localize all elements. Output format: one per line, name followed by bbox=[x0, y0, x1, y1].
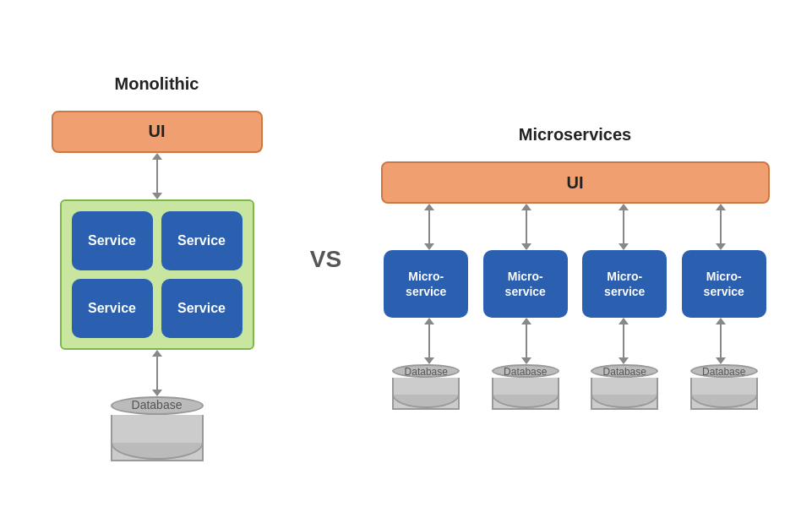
micro-arrowhead-down-db-4 bbox=[716, 357, 726, 364]
micro-db-top-2: Database bbox=[492, 364, 559, 378]
micro-arrowhead-down-db-2 bbox=[521, 357, 531, 364]
micro-services-row: Micro-service Micro-service Micro-servic… bbox=[381, 250, 770, 318]
monolithic-side: Monolithic UI Service Service Service Se… bbox=[22, 57, 292, 461]
micro-db-label-2: Database bbox=[493, 366, 558, 378]
micro-db-body-4 bbox=[690, 378, 758, 410]
micro-db-col-2: Database bbox=[483, 364, 568, 410]
micro-vline-1 bbox=[428, 210, 430, 243]
micro-arrowhead-up-3 bbox=[619, 204, 629, 210]
micro-vline-db-2 bbox=[526, 324, 527, 357]
arrowhead-down-1 bbox=[152, 193, 162, 199]
micro-arrowhead-up-4 bbox=[716, 204, 726, 210]
mono-service-2: Service bbox=[161, 211, 243, 270]
micro-db-top-4: Database bbox=[690, 364, 758, 378]
micro-arrow-col-db-2 bbox=[484, 318, 569, 364]
micro-arrow-col-db-4 bbox=[678, 318, 763, 364]
micro-ui-to-services-arrows bbox=[381, 204, 770, 250]
micro-db-body-1 bbox=[392, 378, 460, 410]
micro-db-col-3: Database bbox=[582, 364, 667, 410]
vline-1 bbox=[156, 160, 158, 193]
mono-db-body bbox=[111, 415, 204, 461]
monolithic-ui-box: UI bbox=[52, 111, 263, 153]
micro-arrowhead-down-db-3 bbox=[619, 357, 629, 364]
micro-services-to-db-arrows bbox=[381, 318, 770, 364]
arrowhead-up-1 bbox=[152, 153, 162, 160]
mono-db-label: Database bbox=[112, 398, 202, 412]
micro-db-col-4: Database bbox=[682, 364, 766, 410]
micro-arrow-col-1 bbox=[387, 204, 471, 250]
mono-ui-to-services-arrow bbox=[152, 153, 162, 199]
micro-vline-db-3 bbox=[623, 324, 624, 357]
micro-arrowhead-down-3 bbox=[619, 243, 629, 250]
micro-vline-3 bbox=[623, 210, 624, 243]
microservices-title: Microservices bbox=[519, 125, 631, 144]
micro-service-3: Micro-service bbox=[582, 250, 667, 318]
vs-label: VS bbox=[292, 246, 360, 273]
micro-arrowhead-up-2 bbox=[521, 204, 531, 210]
microservices-ui-box: UI bbox=[381, 161, 770, 204]
mono-service-4: Service bbox=[161, 279, 243, 338]
micro-db-label-4: Database bbox=[692, 366, 756, 378]
micro-service-1: Micro-service bbox=[384, 250, 468, 318]
micro-arrow-col-2 bbox=[484, 204, 569, 250]
mono-services-container: Service Service Service Service bbox=[60, 199, 254, 350]
micro-vline-2 bbox=[526, 210, 527, 243]
micro-arrow-col-4 bbox=[678, 204, 763, 250]
micro-databases-row: Database Database Database Database bbox=[381, 364, 770, 410]
micro-arrowhead-down-2 bbox=[521, 243, 531, 250]
micro-arrow-col-db-1 bbox=[387, 318, 471, 364]
diagram-container: Monolithic UI Service Service Service Se… bbox=[0, 0, 812, 518]
micro-vline-db-1 bbox=[428, 324, 430, 357]
mono-service-1: Service bbox=[72, 211, 153, 270]
micro-db-label-1: Database bbox=[394, 366, 458, 378]
monolithic-title: Monolithic bbox=[115, 74, 199, 94]
mono-database: Database bbox=[111, 396, 204, 461]
micro-arrow-col-db-3 bbox=[581, 318, 666, 364]
arrowhead-up-2 bbox=[152, 350, 162, 357]
micro-arrowhead-down-1 bbox=[424, 243, 434, 250]
mono-db-top: Database bbox=[111, 396, 204, 415]
micro-service-2: Micro-service bbox=[483, 250, 568, 318]
vline-2 bbox=[156, 357, 158, 390]
arrowhead-down-2 bbox=[152, 390, 162, 396]
micro-vline-db-4 bbox=[720, 324, 722, 357]
micro-db-body-2 bbox=[492, 378, 559, 410]
mono-service-3: Service bbox=[72, 279, 153, 338]
micro-arrowhead-up-db-4 bbox=[716, 318, 726, 324]
micro-db-col-1: Database bbox=[384, 364, 468, 410]
micro-arrow-col-3 bbox=[581, 204, 666, 250]
micro-db-body-3 bbox=[591, 378, 658, 410]
micro-arrowhead-up-db-2 bbox=[521, 318, 531, 324]
micro-db-top-1: Database bbox=[392, 364, 460, 378]
micro-db-label-3: Database bbox=[592, 366, 657, 378]
micro-arrowhead-down-4 bbox=[716, 243, 726, 250]
micro-service-4: Micro-service bbox=[682, 250, 766, 318]
microservices-side: Microservices UI bbox=[360, 108, 791, 410]
micro-vline-4 bbox=[720, 210, 722, 243]
micro-arrowhead-down-db-1 bbox=[424, 357, 434, 364]
micro-arrowhead-up-db-1 bbox=[424, 318, 434, 324]
micro-db-top-3: Database bbox=[591, 364, 658, 378]
micro-arrowhead-up-db-3 bbox=[619, 318, 629, 324]
micro-arrowhead-up-1 bbox=[424, 204, 434, 210]
mono-services-to-db-arrow bbox=[152, 350, 162, 396]
